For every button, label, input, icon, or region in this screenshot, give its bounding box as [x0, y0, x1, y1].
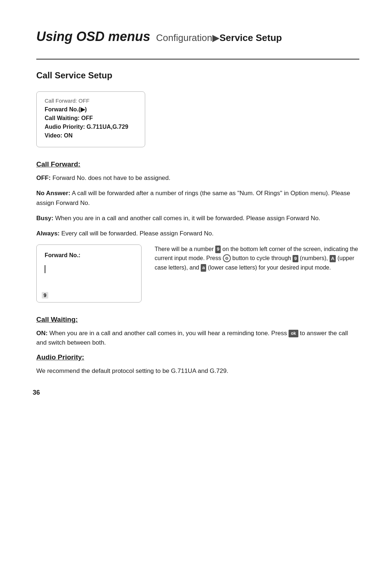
header-divider [36, 59, 359, 59]
section-title: Call Service Setup [36, 70, 359, 81]
forward-description: There will be a number 9 on the bottom l… [155, 244, 359, 272]
text-no-answer: A call will be forwarded after a number … [36, 190, 350, 206]
forward-section: Forward No.: 9 There will be a number 9 … [36, 244, 359, 303]
breadcrumb-arrow-icon: ▶ [212, 32, 220, 43]
text-on: When you are in a call and another call … [49, 330, 289, 337]
main-title: Using OSD menus [36, 29, 150, 44]
text-off: Forward No. does not have to be assigned… [52, 174, 170, 181]
menu-item-audio-priority: Audio Priority: G.711UA,G.729 [45, 123, 137, 131]
forward-no-box: Forward No.: 9 [36, 244, 142, 303]
number-badge: 9 [215, 246, 221, 253]
call-waiting-subtitle: Call Waiting: [36, 316, 359, 324]
term-busy: Busy: [36, 215, 53, 222]
call-forward-off: OFF: Forward No. does not have to be ass… [36, 173, 359, 183]
mode-indicator: 9 [42, 292, 48, 299]
breadcrumb-highlight: Service Setup [220, 32, 282, 43]
breadcrumb: Configuration▶Service Setup [156, 32, 282, 44]
breadcrumb-prefix: Configuration [156, 32, 212, 43]
audio-priority-text: We recommend the default protocol settin… [36, 366, 359, 376]
term-on: ON: [36, 330, 48, 337]
menu-item-video: Video: ON [45, 132, 137, 140]
term-always: Always: [36, 230, 60, 237]
call-forward-no-answer: No Answer: A call will be forwarded afte… [36, 189, 359, 208]
cycle-num-badge: 9 [293, 255, 298, 263]
menu-item-forward-no: Forward No.(▶) [45, 105, 137, 114]
audio-priority-subtitle: Audio Priority: [36, 353, 359, 361]
button-icon: ⊙ [223, 254, 231, 262]
text-busy: When you are in a call and another call … [55, 215, 320, 222]
call-forward-always: Always: Every call will be forwarded. Pl… [36, 229, 359, 238]
call-waiting-on: ON: When you are in a call and another c… [36, 329, 359, 348]
page-container: Using OSD menus Configuration▶Service Se… [0, 0, 392, 411]
upper-badge: A [330, 255, 336, 263]
term-off: OFF: [36, 174, 51, 181]
ok-badge: ok [289, 330, 298, 337]
page-number: 36 [33, 389, 40, 396]
forward-no-label: Forward No.: [45, 252, 133, 259]
term-no-answer: No Answer: [36, 190, 70, 197]
menu-item-call-forward: Call Forward: OFF [45, 97, 137, 104]
menu-item-call-waiting: Call Waiting: OFF [45, 114, 137, 122]
text-always: Every call will be forwarded. Please ass… [61, 230, 214, 237]
call-forward-subtitle: Call Forward: [36, 160, 359, 168]
lower-badge: a [201, 264, 206, 272]
menu-box: Call Forward: OFF Forward No.(▶) Call Wa… [36, 91, 145, 147]
page-header: Using OSD menus Configuration▶Service Se… [36, 29, 359, 44]
call-forward-busy: Busy: When you are in a call and another… [36, 214, 359, 223]
cursor-indicator [45, 265, 45, 273]
